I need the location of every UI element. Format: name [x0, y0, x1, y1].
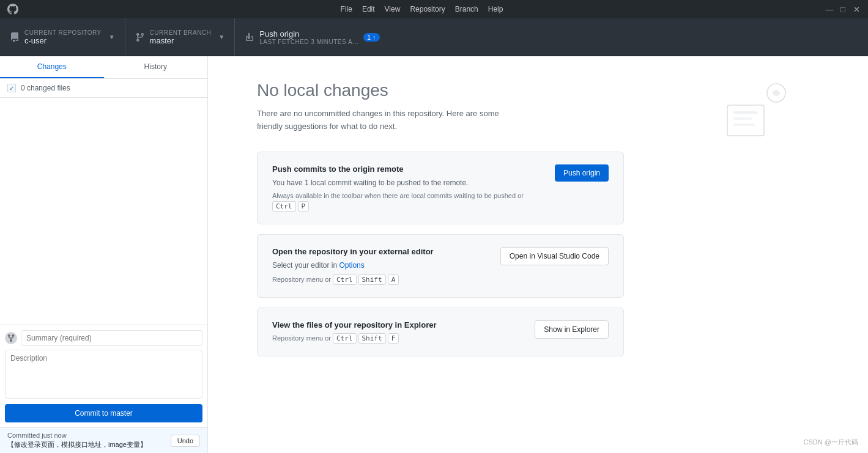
titlebar: File Edit View Repository Branch Help — …: [0, 0, 868, 18]
editor-key-shift: Shift: [358, 274, 386, 285]
committed-text: Committed just now 【修改登录页面，模拟接口地址，image变…: [7, 432, 147, 449]
tab-changes[interactable]: Changes: [0, 56, 104, 78]
open-editor-shortcut: Repository menu or Ctrl Shift A: [272, 274, 488, 285]
commit-button[interactable]: Commit to master: [5, 404, 202, 422]
show-explorer-action: Show in Explorer: [535, 320, 609, 339]
branch-dropdown-arrow: ▼: [218, 34, 224, 40]
current-repo-section[interactable]: Current repository c-user ▼: [0, 18, 125, 56]
main-layout: Changes History 0 changed files Commit t…: [0, 56, 868, 453]
avatar: [5, 332, 17, 344]
branch-section-content: Current branch master: [150, 29, 212, 45]
toolbar: Current repository c-user ▼ Current bran…: [0, 18, 868, 56]
push-sublabel: Last fetched 3 minutes a...: [259, 39, 358, 45]
push-origin-section[interactable]: Push origin Last fetched 3 minutes a... …: [235, 18, 868, 56]
changed-files-count: 0 changed files: [21, 84, 70, 92]
svg-rect-0: [727, 105, 764, 136]
push-count: 1: [367, 34, 371, 41]
titlebar-controls: — □ ✕: [825, 5, 861, 13]
svg-rect-2: [733, 117, 752, 120]
explorer-shortcut-prefix: Repository menu or: [272, 334, 331, 342]
menu-file[interactable]: File: [341, 5, 352, 13]
github-icon: [7, 4, 18, 15]
editor-key-a: A: [388, 274, 399, 285]
no-changes-illustration: [721, 81, 795, 142]
branch-icon: [135, 32, 145, 42]
push-commits-desc: You have 1 local commit waiting to be pu…: [272, 177, 543, 188]
open-editor-card: Open the repository in your external edi…: [257, 234, 624, 298]
push-key-ctrl: Ctrl: [272, 201, 296, 212]
svg-point-5: [773, 90, 779, 96]
open-editor-desc: Select your editor in Options: [272, 260, 488, 271]
select-all-checkbox[interactable]: [7, 84, 16, 92]
open-editor-card-body: Open the repository in your external edi…: [272, 247, 488, 285]
open-editor-action: Open in Visual Studio Code: [500, 247, 609, 265]
svg-rect-3: [733, 123, 755, 126]
show-explorer-card-body: View the files of your repository in Exp…: [272, 320, 522, 344]
push-commits-action: Push origin: [555, 164, 609, 182]
push-commits-card: Push commits to the origin remote You ha…: [257, 152, 624, 224]
sidebar: Changes History 0 changed files Commit t…: [0, 56, 208, 453]
menu-view[interactable]: View: [385, 5, 401, 13]
explorer-key-shift: Shift: [358, 333, 386, 344]
minimize-button[interactable]: —: [825, 5, 834, 13]
titlebar-left: [7, 4, 18, 15]
show-explorer-card: View the files of your repository in Exp…: [257, 308, 624, 356]
push-section-content: Push origin Last fetched 3 minutes a...: [259, 29, 358, 45]
show-explorer-title: View the files of your repository in Exp…: [272, 320, 522, 330]
branch-name: master: [150, 36, 212, 45]
push-origin-button[interactable]: Push origin: [555, 164, 609, 182]
open-editor-desc-prefix: Select your editor in: [272, 261, 339, 270]
close-button[interactable]: ✕: [852, 5, 861, 13]
branch-label: Current branch: [150, 29, 212, 36]
show-explorer-shortcut: Repository menu or Ctrl Shift F: [272, 333, 522, 344]
repo-section-content: Current repository c-user: [24, 29, 102, 45]
explorer-key-ctrl: Ctrl: [333, 333, 357, 344]
committed-msg: 【修改登录页面，模拟接口地址，image变量】: [7, 440, 147, 449]
description-textarea[interactable]: [5, 350, 202, 399]
push-shortcut-prefix: Always available in the toolbar when the…: [272, 192, 524, 199]
options-link[interactable]: Options: [339, 261, 364, 270]
committed-label: Committed just now: [7, 432, 147, 439]
summary-input[interactable]: [21, 330, 202, 346]
watermark: CSDN @一斤代码: [804, 438, 858, 447]
summary-row: [5, 330, 202, 346]
repo-icon: [10, 32, 20, 42]
repo-label: Current repository: [24, 29, 102, 36]
titlebar-menu: File Edit View Repository Branch Help: [341, 5, 503, 13]
push-commits-card-body: Push commits to the origin remote You ha…: [272, 164, 543, 212]
push-commits-shortcut: Always available in the toolbar when the…: [272, 192, 543, 212]
tab-history[interactable]: History: [104, 56, 208, 78]
undo-button[interactable]: Undo: [171, 435, 200, 447]
commit-area: Commit to master: [0, 325, 207, 427]
content-area: No local changes There are no uncommitte…: [208, 56, 868, 453]
sidebar-tabs: Changes History: [0, 56, 207, 79]
current-branch-section[interactable]: Current branch master ▼: [125, 18, 236, 56]
explorer-key-f: F: [388, 333, 399, 344]
menu-edit[interactable]: Edit: [362, 5, 375, 13]
no-changes-desc: There are no uncommitted changes in this…: [257, 108, 526, 133]
changed-files-header: 0 changed files: [0, 79, 207, 98]
push-icon: [245, 32, 254, 42]
editor-key-ctrl: Ctrl: [333, 274, 357, 285]
push-badge: 1 ↑: [363, 33, 380, 42]
files-area: [0, 98, 207, 325]
maximize-button[interactable]: □: [839, 5, 847, 13]
open-editor-title: Open the repository in your external edi…: [272, 247, 488, 256]
push-key-p: P: [298, 201, 310, 212]
push-up-arrow: ↑: [373, 34, 376, 41]
open-vscode-button[interactable]: Open in Visual Studio Code: [500, 247, 609, 265]
push-label: Push origin: [259, 29, 358, 39]
menu-repository[interactable]: Repository: [410, 5, 445, 13]
menu-help[interactable]: Help: [488, 5, 503, 13]
show-explorer-button[interactable]: Show in Explorer: [535, 320, 609, 339]
repo-dropdown-arrow: ▼: [109, 34, 115, 40]
menu-branch[interactable]: Branch: [455, 5, 478, 13]
push-commits-title: Push commits to the origin remote: [272, 164, 543, 174]
svg-rect-1: [733, 111, 758, 114]
repo-name: c-user: [24, 36, 102, 45]
editor-shortcut-prefix: Repository menu or: [272, 276, 331, 283]
committed-bar: Committed just now 【修改登录页面，模拟接口地址，image变…: [0, 427, 207, 453]
